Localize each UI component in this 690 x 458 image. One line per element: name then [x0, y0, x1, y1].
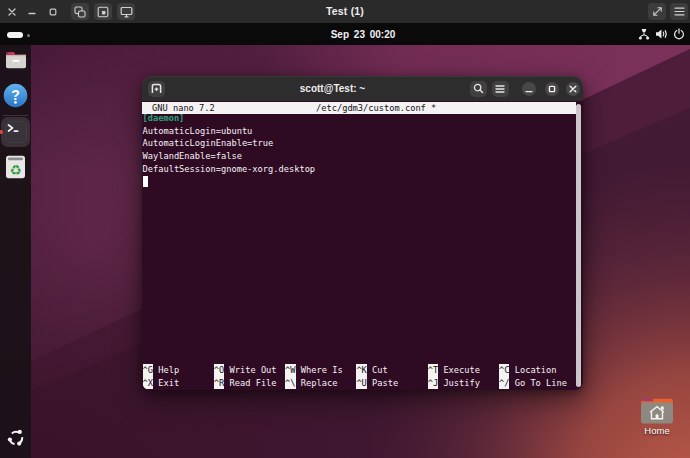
- ubuntu-logo-icon: [7, 429, 25, 447]
- nano-shortcut: ^UPaste: [356, 377, 398, 390]
- shortcut-label: Execute: [443, 365, 480, 375]
- dock-separator: [3, 115, 28, 116]
- shortcut-label: Cut: [372, 365, 388, 375]
- dock-item-trash[interactable]: ♻: [0, 155, 31, 179]
- trash-icon: ♻: [5, 155, 26, 179]
- shortcut-key: ^/: [499, 377, 509, 389]
- minimize-icon: [525, 85, 533, 93]
- nano-shortcut: ^JJustify: [428, 377, 480, 390]
- nano-text-area: [daemon]AutomaticLogin=ubuntuAutomaticLo…: [143, 112, 316, 176]
- nano-text-line: DefaultSession=gnome-xorg.desktop: [143, 163, 316, 176]
- terminal-title: scott@Test: ~: [202, 76, 463, 101]
- screen: Test (1) Sep 23 00:20: [0, 0, 690, 458]
- dock-show-apps-button[interactable]: [0, 429, 31, 447]
- terminal-body[interactable]: GNU nano 7.2 /etc/gdm3/custom.conf * [da…: [142, 101, 583, 390]
- terminal-headerbar[interactable]: scott@Test: ~: [142, 76, 583, 101]
- help-icon: ?: [3, 83, 28, 108]
- hamburger-menu-icon: [674, 7, 685, 16]
- files-icon: [5, 50, 27, 69]
- vm-toolbar: Test (1): [0, 0, 690, 23]
- fullscreen-icon: [652, 6, 663, 17]
- shortcut-key: ^G: [143, 364, 153, 376]
- dock-item-terminal[interactable]: [0, 121, 31, 143]
- search-icon: [473, 83, 484, 94]
- shortcut-label: Location: [515, 365, 557, 375]
- vm-fullscreen-button[interactable]: [648, 3, 666, 20]
- terminal-icon: [5, 121, 27, 143]
- shortcut-label: Where Is: [301, 365, 343, 375]
- nano-shortcut: ^XExit: [143, 377, 180, 390]
- workspace-inactive-dot[interactable]: [27, 34, 30, 37]
- shortcut-label: Help: [158, 365, 179, 375]
- nano-shortcut-row: ^GHelp^OWrite Out^WWhere Is^KCut^TExecut…: [143, 364, 577, 376]
- terminal-maximize-button[interactable]: [545, 82, 559, 96]
- shortcut-label: Read File: [230, 378, 277, 388]
- nano-shortcut: ^KCut: [356, 364, 387, 377]
- shortcut-label: Replace: [301, 378, 338, 388]
- new-tab-icon: [151, 83, 162, 94]
- text-cursor: [143, 176, 148, 187]
- shortcut-key: ^K: [356, 364, 366, 376]
- vm-menu-button[interactable]: [670, 3, 688, 20]
- shortcut-key: ^T: [428, 364, 438, 376]
- gnome-top-bar: Sep 23 00:20: [0, 23, 690, 45]
- shortcut-key: ^U: [356, 377, 366, 389]
- dock: ? ♻: [0, 45, 31, 458]
- close-icon: [569, 85, 577, 93]
- shortcut-key: ^C: [499, 364, 509, 376]
- shortcut-key: ^\: [285, 377, 295, 389]
- shortcut-key: ^J: [428, 377, 438, 389]
- shortcut-key: ^R: [214, 377, 224, 389]
- shortcut-label: Go To Line: [515, 378, 567, 388]
- desktop: ? ♻: [0, 45, 690, 458]
- nano-text-line: WaylandEnable=false: [143, 150, 316, 163]
- network-wired-icon: [638, 28, 650, 40]
- vm-window-title: Test (1): [0, 0, 690, 23]
- nano-shortcut: ^OWrite Out: [214, 364, 277, 377]
- home-folder-icon: [640, 396, 674, 424]
- scrollbar-thumb[interactable]: [576, 104, 581, 387]
- nano-shortcut-bar: ^GHelp^OWrite Out^WWhere Is^KCut^TExecut…: [143, 364, 577, 389]
- nano-text-line: AutomaticLoginEnable=true: [143, 137, 316, 150]
- nano-shortcut: ^/Go To Line: [499, 377, 567, 390]
- nano-shortcut-row: ^XExit^RRead File^\Replace^UPaste^JJusti…: [143, 377, 577, 389]
- svg-text:?: ?: [11, 87, 20, 103]
- nano-text-line: AutomaticLogin=ubuntu: [143, 125, 316, 138]
- nano-shortcut: ^RRead File: [214, 377, 277, 390]
- nano-shortcut: ^WWhere Is: [285, 364, 343, 377]
- system-tray[interactable]: [638, 23, 685, 45]
- nano-filename: /etc/gdm3/custom.conf *: [316, 102, 436, 114]
- clock[interactable]: Sep 23 00:20: [331, 23, 396, 45]
- nano-shortcut: ^TExecute: [428, 364, 480, 377]
- shortcut-key: ^X: [143, 377, 153, 389]
- shortcut-key: ^O: [214, 364, 224, 376]
- terminal-minimize-button[interactable]: [522, 82, 536, 96]
- terminal-menu-button[interactable]: [492, 81, 509, 97]
- volume-icon: [655, 28, 668, 40]
- power-icon: [673, 28, 685, 40]
- new-tab-button[interactable]: [148, 81, 165, 97]
- dock-item-help[interactable]: ?: [0, 83, 31, 108]
- shortcut-key: ^W: [285, 364, 295, 376]
- hamburger-menu-icon: [495, 85, 505, 93]
- terminal-close-button[interactable]: [566, 82, 580, 96]
- shortcut-label: Write Out: [230, 365, 277, 375]
- terminal-window: scott@Test: ~: [142, 76, 583, 390]
- maximize-icon: [548, 85, 556, 93]
- nano-shortcut: ^CLocation: [499, 364, 557, 377]
- nano-text-line: [daemon]: [143, 112, 316, 125]
- recycle-symbol: ♻: [9, 162, 21, 178]
- shortcut-label: Paste: [372, 378, 398, 388]
- terminal-search-button[interactable]: [470, 81, 487, 97]
- shortcut-label: Justify: [443, 378, 480, 388]
- dock-item-files[interactable]: [0, 50, 31, 69]
- nano-shortcut: ^GHelp: [143, 364, 180, 377]
- shortcut-label: Exit: [158, 378, 179, 388]
- desktop-icon-home[interactable]: Home: [638, 396, 676, 436]
- workspace-active-pill[interactable]: [7, 32, 23, 38]
- home-icon-label: Home: [638, 425, 676, 436]
- nano-shortcut: ^\Replace: [285, 377, 337, 390]
